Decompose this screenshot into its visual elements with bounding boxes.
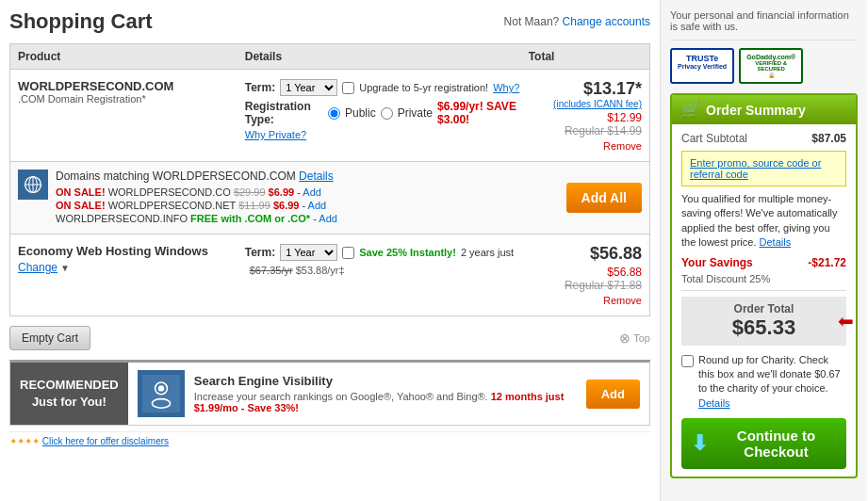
total-discount-label: Total Discount 25%: [681, 273, 770, 284]
charity-checkbox[interactable]: [681, 355, 694, 367]
promo-link[interactable]: Enter promo, source code or referral cod…: [690, 157, 821, 180]
hosting-save-label: Save 25% Instantly!: [359, 247, 456, 258]
public-label: Public: [345, 106, 376, 120]
svg-point-8: [158, 385, 164, 391]
godaddy-badge: GoDaddy.com® VERIFIED & SECURED 🔒: [739, 48, 803, 84]
term-select[interactable]: 1 Year 2 Years 5 Years: [280, 79, 337, 96]
rec-icon: [138, 370, 185, 417]
private-radio[interactable]: [381, 107, 393, 120]
your-savings-value: -$21.72: [808, 256, 846, 269]
hosting-price-sub: $56.88: [529, 266, 642, 279]
sidebar: Your personal and financial information …: [660, 0, 867, 501]
order-total-value: $65.33: [689, 315, 839, 340]
charity-row: Round up for Charity. Check this box and…: [681, 353, 846, 412]
your-savings-row: Your Savings -$21.72: [681, 256, 846, 269]
domain-remove-link[interactable]: Remove: [529, 140, 642, 152]
order-summary-title: Order Summary: [706, 103, 806, 118]
hosting-term-label: Term:: [245, 246, 275, 259]
cart-subtotal-label: Cart Subtotal: [681, 132, 747, 145]
cart-subtotal-row: Cart Subtotal $87.05: [681, 132, 846, 145]
circle-icon: ⊗: [619, 331, 631, 346]
domains-icon: [18, 170, 48, 200]
order-total-label: Order Total: [689, 302, 839, 315]
table-header: Product Details Total: [9, 43, 650, 70]
domains-details-link[interactable]: Details: [299, 170, 334, 183]
col-header-total: Total: [529, 50, 642, 63]
col-header-product: Product: [18, 50, 245, 63]
arrow-icon: ⬅: [838, 310, 854, 332]
domain-name: WORLDPERSECOND.COM: [18, 79, 245, 93]
why-private-link[interactable]: Why Private?: [245, 129, 529, 140]
reg-type-label: Registration Type:: [245, 100, 323, 126]
hosting-save-detail: 2 years just: [461, 247, 514, 258]
account-info: Not Maan? Change accounts: [504, 15, 650, 28]
top-link[interactable]: ⊗ Top: [619, 331, 650, 346]
your-savings-label: Your Savings: [681, 256, 753, 269]
promo-box: Enter promo, source code or referral cod…: [681, 151, 846, 186]
hosting-remove-link[interactable]: Remove: [529, 295, 642, 306]
order-summary-header: 🛒 Order Summary: [672, 95, 856, 124]
change-accounts-link[interactable]: Change accounts: [563, 15, 650, 28]
add-all-button[interactable]: Add All: [566, 183, 642, 213]
disclaimer-icons: ✦✦✦✦: [9, 436, 40, 446]
order-total-box: Order Total $65.33 ⬅: [681, 297, 846, 346]
disclaimers: ✦✦✦✦ Click here for offer disclaimers: [9, 431, 650, 446]
hosting-cart-item: Economy Web Hosting Windows Change ▼ Ter…: [9, 234, 650, 316]
hosting-name: Economy Web Hosting Windows: [18, 244, 245, 258]
disclaimer-link[interactable]: Click here for offer disclaimers: [42, 436, 169, 446]
down-arrow-icon: ⬇: [691, 431, 708, 456]
hosting-term-select[interactable]: 1 Year 2 Years: [280, 244, 337, 261]
recommended-label: RECOMMENDED Just for You!: [10, 363, 128, 425]
upgrade-why-link[interactable]: Why?: [493, 82, 519, 93]
domain-type: .COM Domain Registration*: [18, 93, 245, 105]
upgrade-checkbox[interactable]: [342, 82, 354, 94]
add-co-link[interactable]: Add: [303, 186, 321, 198]
add-net-link[interactable]: Add: [308, 200, 327, 211]
domains-matching-title: Domains matching WORLDPERSECOND.COM Deta…: [56, 170, 557, 183]
domain-price-sub: $12.99: [529, 111, 642, 124]
domain-price: $13.17*: [529, 79, 642, 99]
private-label: Private: [398, 106, 433, 120]
add-info-link[interactable]: Add: [319, 213, 337, 224]
icann-note[interactable]: (includes ICANN fee): [529, 99, 642, 109]
security-notice: Your personal and financial information …: [670, 9, 858, 40]
sale-item-info: WORLDPERSECOND.INFO FREE with .COM or .C…: [56, 213, 557, 224]
savings-details-link[interactable]: Details: [760, 236, 792, 248]
security-badges: TRUSTe Privacy Verified GoDaddy.com® VER…: [670, 48, 858, 84]
empty-cart-row: Empty Cart ⊗ Top: [9, 326, 650, 350]
cart-icon: 🛒: [681, 101, 700, 119]
empty-cart-button[interactable]: Empty Cart: [9, 326, 90, 350]
hosting-price-options: $67.35/yr $53.88/yr‡: [245, 265, 529, 276]
checkout-label: Continue to Checkout: [715, 428, 837, 460]
hosting-regular-price: Regular $71.88: [529, 279, 642, 292]
divider: [681, 290, 846, 291]
charity-details-link[interactable]: Details: [698, 397, 730, 409]
domains-matching-box: Domains matching WORLDPERSECOND.COM Deta…: [9, 162, 650, 234]
hosting-price: $56.88: [529, 244, 642, 264]
upgrade-label: Upgrade to 5-yr registration!: [359, 82, 488, 93]
term-label: Term:: [245, 81, 275, 94]
private-price: $6.99/yr! SAVE $3.00!: [437, 100, 529, 126]
savings-notice: You qualified for multiple money-saving …: [681, 192, 846, 250]
sale-item-net: ON SALE! WORLDPERSECOND.NET $11.99 $6.99…: [56, 200, 557, 211]
rec-desc: Increase your search rankings on Google®…: [194, 391, 586, 413]
rec-title: Search Engine Visibility: [194, 374, 586, 388]
truste-badge: TRUSTe Privacy Verified: [670, 48, 734, 84]
page-title: Shopping Cart: [9, 9, 153, 34]
sale-item-co: ON SALE! WORLDPERSECOND.CO $29.99 $6.99 …: [56, 186, 557, 198]
change-label: Change: [18, 261, 57, 274]
domain-regular-price: Regular $14.99: [529, 124, 642, 137]
rec-add-button[interactable]: Add: [586, 380, 640, 409]
cart-subtotal-value: $87.05: [811, 132, 846, 145]
public-radio[interactable]: [328, 107, 340, 120]
domain-cart-item: WORLDPERSECOND.COM .COM Domain Registrat…: [9, 70, 650, 162]
total-discount-row: Total Discount 25%: [681, 273, 846, 284]
order-summary-box: 🛒 Order Summary Cart Subtotal $87.05 Ent…: [670, 93, 858, 478]
col-header-details: Details: [245, 50, 529, 63]
checkout-button[interactable]: ⬇ Continue to Checkout: [681, 418, 846, 469]
hosting-save-checkbox[interactable]: [342, 247, 354, 259]
recommended-box: RECOMMENDED Just for You! Search Engine …: [9, 360, 650, 426]
